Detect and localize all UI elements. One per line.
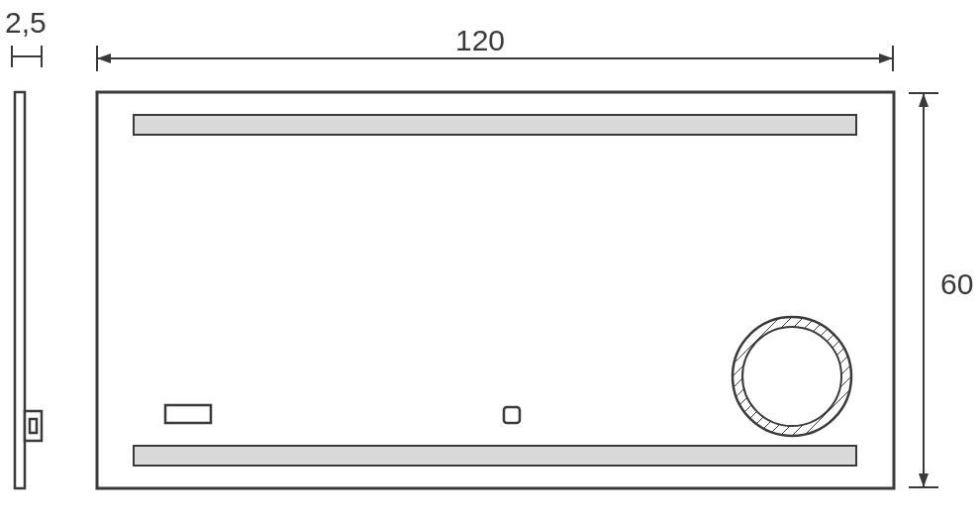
front-view — [97, 92, 894, 524]
svg-line-23 — [713, 285, 871, 444]
dimension-height — [909, 93, 938, 487]
svg-rect-17 — [134, 446, 856, 466]
svg-marker-12 — [919, 473, 929, 487]
svg-line-42 — [713, 416, 871, 524]
svg-line-32 — [713, 178, 871, 337]
svg-marker-11 — [919, 93, 929, 107]
svg-marker-6 — [97, 53, 111, 63]
top-led-strip — [134, 115, 856, 135]
touch-sensor — [504, 407, 520, 423]
dimension-width — [97, 46, 893, 71]
svg-line-30 — [713, 202, 871, 361]
bottom-led-strip — [134, 446, 856, 466]
svg-rect-13 — [15, 92, 25, 488]
svg-line-33 — [713, 309, 871, 468]
svg-line-31 — [713, 190, 871, 349]
svg-rect-18 — [165, 405, 211, 423]
svg-line-29 — [713, 214, 871, 372]
power-switch — [165, 405, 211, 423]
technical-drawing — [0, 0, 980, 524]
svg-line-36 — [713, 345, 871, 503]
magnifying-mirror — [713, 178, 871, 524]
svg-rect-15 — [30, 419, 37, 433]
svg-marker-7 — [879, 53, 893, 63]
svg-line-26 — [713, 250, 871, 408]
svg-line-28 — [713, 226, 871, 384]
svg-line-37 — [713, 357, 871, 515]
svg-line-22 — [713, 297, 871, 456]
side-profile — [15, 92, 42, 488]
svg-rect-19 — [504, 407, 520, 423]
dimension-depth — [12, 46, 42, 67]
mirror-outline — [97, 92, 894, 488]
svg-line-27 — [713, 238, 871, 396]
svg-rect-16 — [134, 115, 856, 135]
svg-point-21 — [742, 327, 841, 426]
